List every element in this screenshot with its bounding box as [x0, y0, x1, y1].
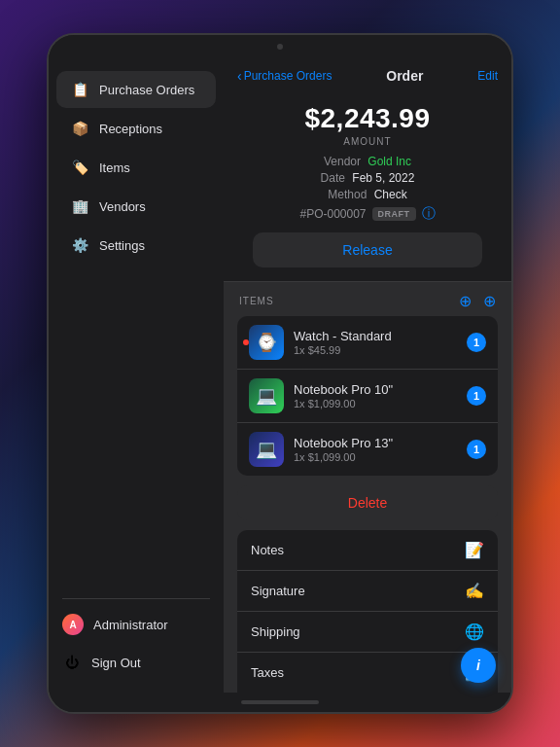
item-name: Watch - Standard — [294, 329, 457, 343]
vendor-value: Gold Inc — [368, 155, 411, 168]
table-row[interactable]: 💻 Notebook Pro 10" 1x $1,099.00 1 — [237, 370, 498, 423]
item-name: Notebook Pro 10" — [294, 382, 457, 397]
item-badge: 1 — [467, 440, 486, 459]
sidebar-label-items: Items — [99, 160, 130, 175]
purchase-orders-icon: 📋 — [70, 80, 89, 99]
items-add-icon[interactable]: ⊕ — [459, 292, 472, 310]
items-section-icons: ⊕ ⊕ — [459, 292, 496, 310]
device-top-bar — [49, 35, 511, 58]
sidebar: 📋 Purchase Orders 📦 Receptions 🏷️ Items … — [49, 58, 224, 693]
item-badge: 1 — [467, 386, 486, 406]
sign-out-button[interactable]: ⏻ Sign Out — [49, 644, 224, 681]
user-label: Administrator — [93, 618, 168, 632]
sign-out-icon: ⏻ — [62, 653, 82, 672]
sidebar-item-purchase-orders[interactable]: 📋 Purchase Orders — [56, 71, 216, 108]
menu-label-signature: Signature — [251, 584, 305, 598]
sidebar-label-receptions: Receptions — [99, 122, 162, 136]
menu-item-notes[interactable]: Notes 📝 — [237, 530, 498, 571]
method-row: Method Check — [239, 188, 496, 201]
signature-icon: ✍️ — [465, 582, 484, 600]
device-bottom-bar — [49, 693, 511, 712]
vendor-row: Vendor Gold Inc — [239, 155, 496, 168]
back-label: Purchase Orders — [244, 69, 332, 83]
item-qty-price: 1x $1,099.00 — [294, 451, 457, 463]
nav-bar: ‹ Purchase Orders Order Edit — [224, 58, 511, 91]
menu-label-notes: Notes — [251, 543, 284, 557]
draft-badge: DRAFT — [372, 207, 416, 221]
items-section-header: ITEMS ⊕ ⊕ — [224, 282, 511, 316]
sign-out-label: Sign Out — [91, 656, 141, 670]
main-content: ‹ Purchase Orders Order Edit $2,243.99 A… — [224, 58, 511, 693]
sidebar-item-vendors[interactable]: 🏢 Vendors — [56, 188, 216, 225]
home-indicator — [241, 700, 319, 704]
chevron-left-icon: ‹ — [237, 68, 242, 84]
delete-button[interactable]: Delete — [237, 485, 498, 520]
sidebar-divider — [62, 598, 210, 599]
item-qty-price: 1x $1,099.00 — [294, 398, 457, 409]
vendor-label: Vendor — [324, 155, 361, 168]
order-header: $2,243.99 AMOUNT Vendor Gold Inc Date Fe… — [224, 91, 511, 282]
avatar: A — [62, 614, 84, 635]
edit-button[interactable]: Edit — [477, 69, 498, 83]
device-frame: 📋 Purchase Orders 📦 Receptions 🏷️ Items … — [47, 33, 513, 714]
fab-button[interactable]: i — [461, 648, 496, 683]
menu-label-taxes: Taxes — [251, 665, 284, 680]
item-badge: 1 — [467, 333, 486, 352]
settings-icon: ⚙️ — [70, 235, 89, 255]
date-row: Date Feb 5, 2022 — [239, 171, 496, 185]
method-label: Method — [328, 188, 367, 201]
item-name: Notebook Pro 13" — [294, 436, 457, 450]
menu-item-shipping[interactable]: Shipping 🌐 — [237, 612, 498, 653]
table-row[interactable]: ⌚ Watch - Standard 1x $45.99 1 — [237, 316, 498, 370]
shipping-icon: 🌐 — [465, 622, 484, 641]
menu-label-shipping: Shipping — [251, 624, 300, 639]
items-icon: 🏷️ — [70, 158, 89, 177]
watch-icon: ⌚ — [249, 325, 284, 360]
notes-icon: 📝 — [465, 541, 484, 559]
po-number: #PO-000007 — [299, 207, 366, 221]
bottom-menu: Notes 📝 Signature ✍️ Shipping 🌐 Taxes ℹ️ — [237, 530, 498, 693]
order-amount: $2,243.99 — [239, 103, 496, 134]
sidebar-item-label: Purchase Orders — [99, 83, 194, 97]
items-section-title: ITEMS — [239, 296, 274, 306]
sidebar-item-items[interactable]: 🏷️ Items — [56, 149, 216, 186]
laptop-blue-icon: 💻 — [249, 378, 284, 413]
sidebar-label-settings: Settings — [99, 238, 145, 253]
camera-dot — [277, 44, 283, 50]
scroll-area: $2,243.99 AMOUNT Vendor Gold Inc Date Fe… — [224, 91, 511, 693]
sidebar-user[interactable]: A Administrator — [49, 605, 224, 644]
fab-icon: i — [476, 658, 480, 673]
order-meta: Vendor Gold Inc Date Feb 5, 2022 Method … — [239, 155, 496, 201]
item-info: Notebook Pro 10" 1x $1,099.00 — [294, 382, 457, 409]
items-list: ⌚ Watch - Standard 1x $45.99 1 💻 Noteboo… — [237, 316, 498, 476]
po-row: #PO-000007 DRAFT ⓘ — [239, 205, 496, 223]
item-qty-price: 1x $45.99 — [294, 344, 457, 356]
sidebar-item-receptions[interactable]: 📦 Receptions — [56, 110, 216, 147]
amount-label: AMOUNT — [239, 136, 496, 147]
page-title: Order — [386, 68, 423, 84]
laptop-dark-icon: 💻 — [249, 432, 284, 467]
date-value: Feb 5, 2022 — [352, 171, 414, 185]
item-info: Watch - Standard 1x $45.99 — [294, 329, 457, 356]
back-button[interactable]: ‹ Purchase Orders — [237, 68, 332, 84]
sidebar-label-vendors: Vendors — [99, 199, 146, 214]
item-dot — [243, 339, 249, 345]
method-value: Check — [374, 188, 407, 201]
sidebar-item-settings[interactable]: ⚙️ Settings — [56, 227, 216, 264]
table-row[interactable]: 💻 Notebook Pro 13" 1x $1,099.00 1 — [237, 423, 498, 476]
receptions-icon: 📦 — [70, 119, 89, 138]
menu-item-taxes[interactable]: Taxes ℹ️ — [237, 653, 498, 693]
date-label: Date — [321, 171, 345, 185]
item-info: Notebook Pro 13" 1x $1,099.00 — [294, 436, 457, 463]
info-icon[interactable]: ⓘ — [422, 205, 436, 223]
vendors-icon: 🏢 — [70, 196, 89, 216]
items-more-icon[interactable]: ⊕ — [483, 292, 496, 310]
menu-item-signature[interactable]: Signature ✍️ — [237, 571, 498, 612]
release-button[interactable]: Release — [253, 232, 482, 267]
